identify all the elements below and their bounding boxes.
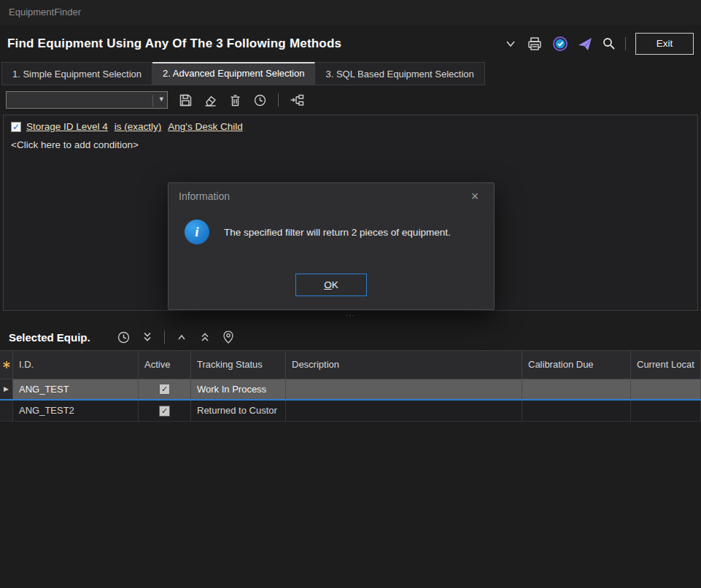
tree-export-icon [290, 93, 305, 107]
header-actions: Exit [504, 33, 694, 55]
column-header-calibration-due[interactable]: Calibration Due [522, 351, 631, 379]
move-all-up-button[interactable] [198, 330, 212, 344]
condition-field-link[interactable]: Storage ID Level 4 [26, 121, 108, 132]
condition-checkbox[interactable]: ✓ [11, 122, 21, 132]
ok-button-label: OK [296, 279, 366, 290]
selected-equipment-grid: I.D. Active Tracking Status Description … [0, 350, 701, 422]
selected-equip-title: Selected Equip. [9, 331, 90, 344]
save-filter-button[interactable] [179, 93, 193, 107]
equip-history-button[interactable] [117, 330, 131, 344]
column-header-active[interactable]: Active [139, 351, 191, 379]
toolbar-separator [278, 93, 279, 107]
cell-tracking-status: Work In Process [191, 379, 286, 399]
exit-button[interactable]: Exit [635, 33, 694, 55]
clear-filter-button[interactable] [204, 93, 217, 107]
cell-active: ✓ [139, 379, 191, 399]
printer-icon [527, 36, 543, 51]
titlebar: EquipmentFinder [0, 0, 701, 25]
header-separator [625, 37, 626, 50]
send-button[interactable] [578, 36, 592, 51]
window-title: EquipmentFinder [9, 7, 81, 18]
location-pin-icon [222, 330, 235, 344]
double-chevron-down-icon [141, 330, 154, 344]
delete-filter-button[interactable] [228, 93, 242, 107]
dialog-body: i The specified filter will return 2 pie… [169, 209, 494, 244]
header: Find Equipment Using Any Of The 3 Follow… [0, 25, 701, 62]
checkmark-icon: ✓ [161, 407, 168, 415]
info-icon: i [185, 220, 209, 244]
combo-dropdown-icon[interactable]: ▾ [159, 94, 163, 104]
checkmark-icon: ✓ [161, 385, 168, 393]
splitter-handle[interactable]: ··· [0, 311, 701, 324]
add-condition-link[interactable]: <Click here to add condition> [11, 139, 690, 150]
eraser-icon [204, 93, 217, 107]
ok-button[interactable]: OK [295, 274, 367, 296]
dialog-titlebar: Information × [169, 183, 494, 209]
chevron-down-icon [504, 38, 517, 50]
move-up-button[interactable] [175, 330, 188, 344]
column-header-tracking-status[interactable]: Tracking Status [191, 351, 286, 379]
sync-status-button[interactable] [552, 36, 568, 52]
search-button[interactable] [602, 36, 616, 50]
section-separator [164, 330, 165, 344]
send-to-tree-button[interactable] [290, 93, 305, 107]
dropdown-button[interactable] [504, 38, 517, 50]
chevron-up-icon [175, 330, 188, 344]
cell-tracking-status: Returned to Custor [191, 401, 286, 421]
search-icon [602, 36, 616, 50]
equipment-finder-window: EquipmentFinder Find Equipment Using Any… [0, 0, 701, 588]
dialog-actions: OK [169, 274, 494, 296]
current-row-arrow-icon: ▶ [4, 379, 9, 399]
column-header-id[interactable]: I.D. [13, 351, 139, 379]
cell-description [286, 379, 522, 399]
splitter-dots-icon: ··· [346, 311, 356, 320]
new-row-indicator-header [0, 351, 13, 379]
asterisk-icon [2, 360, 11, 369]
cell-id: ANG_TEST [13, 379, 139, 399]
row-indicator-cell: ▶ [0, 379, 13, 399]
dialog-title: Information [179, 190, 230, 202]
double-chevron-up-icon [198, 330, 212, 344]
cell-description [286, 401, 522, 421]
checkmark-icon: ✓ [12, 123, 20, 131]
print-button[interactable] [527, 36, 543, 51]
active-checkbox[interactable]: ✓ [159, 384, 170, 395]
move-all-down-button[interactable] [141, 330, 154, 344]
column-header-current-location[interactable]: Current Locat [631, 351, 701, 379]
tab-advanced-equipment-selection[interactable]: 2. Advanced Equipment Selection [152, 62, 315, 85]
condition-operator-link[interactable]: is (exactly) [115, 121, 162, 132]
cell-active: ✓ [139, 401, 191, 421]
information-dialog: Information × i The specified filter wil… [168, 182, 495, 310]
badge-check-icon [552, 36, 568, 52]
column-header-description[interactable]: Description [286, 351, 522, 379]
saved-filter-combo[interactable]: ▾ [6, 91, 168, 109]
filter-condition-row: ✓ Storage ID Level 4 is (exactly) Ang's … [11, 121, 690, 132]
clock-icon [117, 330, 131, 344]
row-indicator-cell [0, 401, 13, 421]
condition-value-link[interactable]: Ang's Desk Child [168, 121, 242, 132]
tab-simple-equipment-selection[interactable]: 1. Simple Equipment Selection [1, 62, 152, 85]
grid-header-row: I.D. Active Tracking Status Description … [0, 351, 701, 379]
active-checkbox[interactable]: ✓ [159, 406, 170, 417]
tabstrip: 1. Simple Equipment Selection 2. Advance… [1, 62, 485, 85]
tab-sql-based-equipment-selection[interactable]: 3. SQL Based Equipment Selection [315, 62, 484, 85]
selected-equip-header: Selected Equip. [9, 325, 701, 349]
clock-icon [253, 93, 267, 107]
cell-id: ANG_TEST2 [13, 401, 139, 421]
filter-toolbar: ▾ [6, 87, 701, 113]
close-icon[interactable]: × [466, 189, 484, 204]
paper-plane-icon [578, 36, 592, 51]
cell-calibration-due [522, 401, 631, 421]
combo-separator [152, 95, 153, 107]
page-title: Find Equipment Using Any Of The 3 Follow… [7, 36, 341, 51]
filter-history-button[interactable] [253, 93, 267, 107]
grid-body: ▶ ANG_TEST ✓ Work In Process ANG_TEST2 [0, 379, 701, 422]
table-row[interactable]: ANG_TEST2 ✓ Returned to Custor [0, 401, 701, 422]
trash-icon [228, 93, 242, 107]
cell-current-location [631, 401, 701, 421]
dialog-message: The specified filter will return 2 piece… [224, 227, 451, 238]
cell-calibration-due [522, 379, 631, 399]
location-button[interactable] [222, 330, 235, 344]
table-row-selected[interactable]: ▶ ANG_TEST ✓ Work In Process [0, 379, 701, 401]
save-icon [179, 93, 193, 107]
